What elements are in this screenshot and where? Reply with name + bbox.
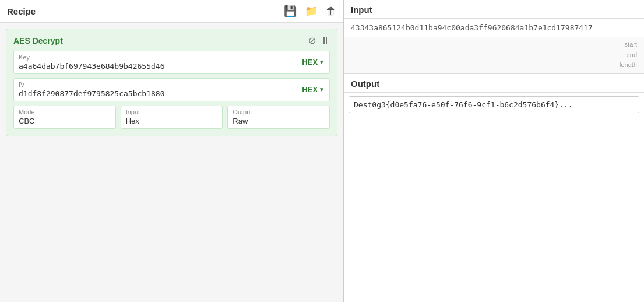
divider-info: start end length	[620, 40, 637, 71]
mode-row: Mode CBC Input Hex Output Raw	[13, 106, 330, 129]
mode-cell: Mode CBC	[13, 106, 116, 129]
input-content[interactable]: 43343a865124b0d11ba94c00ada3ff9620684a1b…	[344, 19, 644, 37]
input-mode-value[interactable]: Hex	[126, 117, 218, 125]
folder-icon[interactable]: 📁	[305, 5, 318, 17]
key-encoding-arrow: ▼	[319, 59, 325, 65]
key-value[interactable]: a4a64dab7bf697943e684b9b42655d46	[19, 62, 297, 71]
iv-value[interactable]: d1df8f290877def9795825ca5bcb1880	[19, 89, 297, 98]
left-panel: Recipe 💾 📁 🗑 AES Decrypt ⊘ ⏸ Key a4a64da…	[0, 0, 344, 302]
recipe-header: Recipe 💾 📁 🗑	[0, 0, 343, 23]
key-field: Key a4a64dab7bf697943e684b9b42655d46 HEX…	[13, 51, 330, 74]
aes-decrypt-card: AES Decrypt ⊘ ⏸ Key a4a64dab7bf697943e68…	[6, 29, 337, 136]
iv-content: IV d1df8f290877def9795825ca5bcb1880	[19, 81, 297, 98]
header-icons: 💾 📁 🗑	[284, 5, 336, 17]
mode-value[interactable]: CBC	[19, 117, 111, 125]
trash-icon[interactable]: 🗑	[326, 5, 336, 17]
output-mode-value[interactable]: Raw	[233, 117, 325, 125]
output-panel-title: Output	[344, 74, 644, 93]
key-label: Key	[19, 54, 297, 61]
save-icon[interactable]: 💾	[284, 5, 297, 17]
end-label: end	[620, 50, 637, 61]
right-panel: Input 43343a865124b0d11ba94c00ada3ff9620…	[344, 0, 644, 302]
iv-encoding-label: HEX	[302, 85, 318, 94]
mode-label: Mode	[19, 108, 111, 115]
output-body: Dest0g3{d0e5fa76-e50f-76f6-9cf1-b6c2d576…	[344, 93, 644, 117]
input-mode-label: Input	[126, 108, 218, 115]
iv-field: IV d1df8f290877def9795825ca5bcb1880 HEX …	[13, 78, 330, 101]
operation-title: AES Decrypt	[13, 36, 308, 45]
recipe-body: AES Decrypt ⊘ ⏸ Key a4a64dab7bf697943e68…	[0, 23, 343, 302]
input-panel-title: Input	[344, 0, 644, 19]
key-encoding-selector[interactable]: HEX ▼	[302, 58, 325, 66]
input-cell: Input Hex	[121, 106, 223, 129]
start-label: start	[620, 40, 637, 50]
output-mode-label: Output	[233, 108, 325, 115]
recipe-title: Recipe	[7, 6, 284, 16]
pause-icon[interactable]: ⏸	[321, 36, 330, 46]
output-cell: Output Raw	[227, 106, 330, 129]
length-label: length	[620, 60, 637, 71]
input-section: Input 43343a865124b0d11ba94c00ada3ff9620…	[344, 0, 644, 37]
iv-encoding-selector[interactable]: HEX ▼	[302, 85, 325, 94]
divider-area: start end length	[344, 37, 644, 73]
iv-label: IV	[19, 81, 297, 88]
output-value: Dest0g3{d0e5fa76-e50f-76f6-9cf1-b6c2d576…	[349, 96, 639, 113]
iv-encoding-arrow: ▼	[319, 86, 325, 93]
operation-controls: ⊘ ⏸	[308, 35, 330, 46]
key-encoding-label: HEX	[302, 58, 318, 66]
key-content: Key a4a64dab7bf697943e684b9b42655d46	[19, 54, 297, 71]
operation-header: AES Decrypt ⊘ ⏸	[13, 35, 330, 46]
disable-icon[interactable]: ⊘	[308, 35, 316, 46]
output-section: Output Dest0g3{d0e5fa76-e50f-76f6-9cf1-b…	[344, 73, 644, 117]
